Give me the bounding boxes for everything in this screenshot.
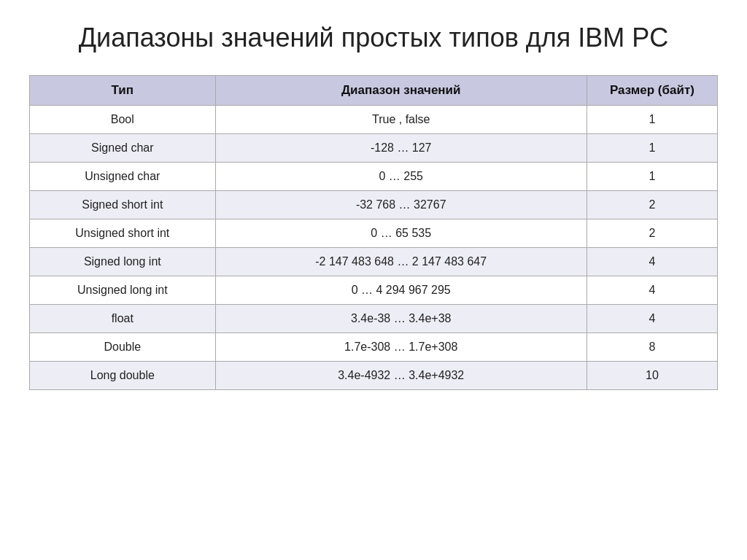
cell-type: Signed char xyxy=(30,134,216,163)
cell-range: 0 … 255 xyxy=(215,163,587,191)
cell-type: Long double xyxy=(30,362,216,390)
cell-type: Double xyxy=(30,333,216,362)
table-row: Signed char-128 … 1271 xyxy=(30,134,718,163)
cell-range: -128 … 127 xyxy=(215,134,587,163)
table-row: Unsigned char0 … 2551 xyxy=(30,163,718,191)
table-row: Unsigned short int0 … 65 5352 xyxy=(30,219,718,248)
cell-size: 4 xyxy=(587,276,717,305)
cell-type: Signed long int xyxy=(30,248,216,276)
col-header-size: Размер (байт) xyxy=(587,76,717,106)
table-row: Unsigned long int0 … 4 294 967 2954 xyxy=(30,276,718,305)
table-row: Signed short int-32 768 … 327672 xyxy=(30,191,718,219)
cell-type: Signed short int xyxy=(30,191,216,219)
col-header-range: Диапазон значений xyxy=(215,76,587,106)
table-row: Signed long int-2 147 483 648 … 2 147 48… xyxy=(30,248,718,276)
cell-size: 2 xyxy=(587,219,717,248)
table-row: Double1.7e-308 … 1.7e+3088 xyxy=(30,333,718,362)
cell-size: 1 xyxy=(587,134,717,163)
cell-range: 3.4e-4932 … 3.4e+4932 xyxy=(215,362,587,390)
table-row: Long double3.4e-4932 … 3.4e+493210 xyxy=(30,362,718,390)
cell-range: True , false xyxy=(215,106,587,134)
data-table: Тип Диапазон значений Размер (байт) Bool… xyxy=(29,75,718,390)
cell-size: 4 xyxy=(587,248,717,276)
cell-type: Bool xyxy=(30,106,216,134)
page-title: Диапазоны значений простых типов для IBM… xyxy=(79,22,669,53)
cell-type: Unsigned char xyxy=(30,163,216,191)
table-row: float3.4e-38 … 3.4e+384 xyxy=(30,305,718,333)
cell-type: Unsigned short int xyxy=(30,219,216,248)
cell-type: Unsigned long int xyxy=(30,276,216,305)
cell-type: float xyxy=(30,305,216,333)
cell-size: 1 xyxy=(587,106,717,134)
cell-range: 3.4e-38 … 3.4e+38 xyxy=(215,305,587,333)
cell-size: 1 xyxy=(587,163,717,191)
cell-range: 0 … 4 294 967 295 xyxy=(215,276,587,305)
cell-range: -32 768 … 32767 xyxy=(215,191,587,219)
cell-size: 4 xyxy=(587,305,717,333)
cell-size: 2 xyxy=(587,191,717,219)
cell-range: 0 … 65 535 xyxy=(215,219,587,248)
table-row: BoolTrue , false1 xyxy=(30,106,718,134)
cell-size: 10 xyxy=(587,362,717,390)
col-header-type: Тип xyxy=(30,76,216,106)
cell-size: 8 xyxy=(587,333,717,362)
cell-range: -2 147 483 648 … 2 147 483 647 xyxy=(215,248,587,276)
cell-range: 1.7e-308 … 1.7e+308 xyxy=(215,333,587,362)
